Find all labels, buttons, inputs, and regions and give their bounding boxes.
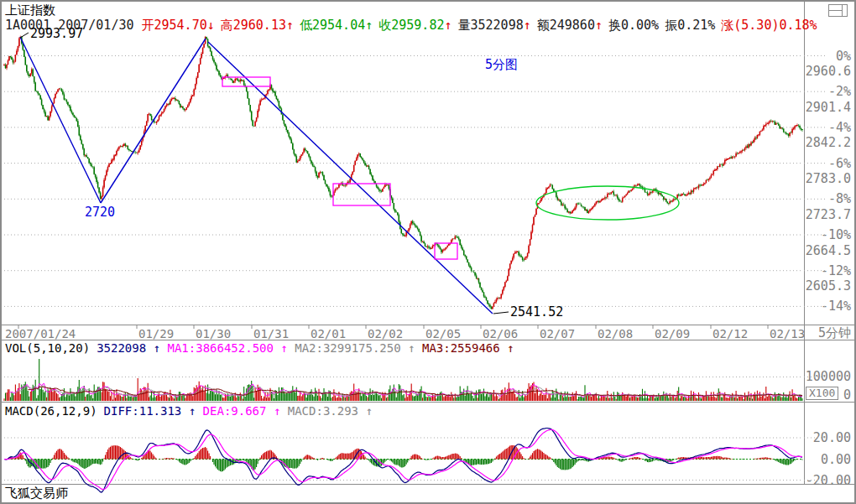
volume-indicator-name: VOL(5,10,20) [5,341,90,355]
main-chart-bottom-border [2,325,854,325]
highlight-ellipse [536,186,679,220]
quote-header-row: 1A00012007/01/30开2954.70↓高2960.13↑低2954.… [5,18,823,32]
timeframe-label[interactable]: 5分钟 [818,326,851,340]
price-axis-label: 2605.3 [806,279,851,293]
quote-field: 开2954.70↓ [142,18,215,33]
volume-unit-badge: X100 [806,387,838,400]
quote-field: 高2960.13↑ [221,18,294,33]
index-name: 上证指数 [5,3,55,17]
volume-bars-down [6,359,803,401]
volume-bars-up [4,378,797,401]
quote-field: 换0.00% [608,18,659,33]
trendline [101,39,206,203]
date-axis-label: 02/01 [311,327,346,340]
date-axis-label: 01/31 [253,327,289,340]
macd-axis-label: -20.00 [806,474,851,487]
quote-fields: 开2954.70↓高2960.13↑低2954.04↑收2959.82↑量352… [142,18,823,33]
status-bar-app-name: 飞狐交易师 [5,486,68,500]
macd-indicator-row: MACD(26,12,9)DIFF:11.313 ↑ DEA:9.667 ↑ M… [5,404,373,418]
percent-axis-label: 0% [836,49,851,63]
macd-axis-label: 20.00 [813,431,851,444]
candle-wicks-up [4,36,797,309]
date-axis-label: 02/12 [712,327,748,340]
percent-axis-label: -12% [821,264,851,278]
price-axis-label: 2960.6 [806,65,851,78]
macd-dea-line [4,429,802,489]
macd-value: DEA:9.667 ↑ [203,404,288,418]
price-axis-label: 2783.0 [806,172,851,185]
date-axis-label: 02/05 [425,327,461,340]
trendline [208,42,493,314]
percent-axis-label: -14% [821,299,851,313]
bottom-price-label: 2541.52 [510,305,563,319]
percent-axis-label: -10% [821,228,851,242]
volume-panel-bottom-border [2,402,854,403]
highlight-rectangle [333,184,390,205]
highlight-rectangle [222,77,270,86]
price-axis-label: 2842.2 [806,136,851,149]
percent-axis-label: -6% [828,157,851,170]
date-axis-label: 02/06 [483,327,518,340]
percent-axis-label: -4% [828,121,851,134]
split-icon-vertical-bar [842,5,843,16]
macd-histogram-negative [6,460,803,472]
price-axis-label: 2901.4 [806,101,851,114]
quote-field: 低2954.04↑ [300,18,373,33]
charts-canvas[interactable] [2,2,854,502]
macd-value: DIFF:11.313 ↑ [104,404,203,418]
highlight-rectangle [435,243,457,259]
date-axis-label: 02/02 [368,327,403,340]
macd-axis-label: 0.00 [821,453,851,466]
peak-price-label: 2993.97 [30,27,83,40]
date-axis-label: 01/29 [138,327,174,340]
volume-ma-value: MA2:3299175.250 ↑ [295,341,422,355]
volume-ma2-line [15,386,802,397]
split-window-icon[interactable] [828,4,848,17]
macd-value: MACD:3.293 ↑ [288,404,373,418]
date-axis-label: 02/07 [540,327,575,340]
candle-bodies-up [4,37,797,309]
date-axis-label: 2007/01/24 [5,327,76,340]
trading-app-window: 上证指数 1A00012007/01/30开2954.70↓高2960.13↑低… [0,0,856,504]
quote-field: 涨(5.30)0.18% [721,18,817,33]
quote-field: 振0.21% [665,18,715,33]
volume-ma1-line [9,383,802,397]
trough-price-label: 2720 [85,205,115,219]
volume-ma3-line [28,387,802,396]
quote-field: 量3522098↑ [458,18,531,33]
percent-axis-label: -8% [828,192,851,205]
volume-ma-value: MA1:3866452.500 ↑ [167,341,295,355]
macd-panel-bottom-border [2,484,854,485]
macd-histogram-positive [4,445,799,460]
trendline [20,37,101,203]
quote-field: 额249860↑ [537,18,603,33]
date-axis-label: 02/13 [770,327,805,340]
volume-axis-label: 100000 [806,370,851,383]
price-axis-label: 2723.7 [806,208,851,221]
volume-zero-label: 0 [843,388,851,402]
label-leader-line [20,33,29,38]
volume-ma-value: MA3:2559466 ↑ [422,341,514,355]
macd-indicator-name: MACD(26,12,9) [5,404,97,418]
percent-axis-label: -2% [828,85,851,98]
quote-field: 收2959.82↑ [378,18,451,33]
date-axis-label: 02/08 [598,327,633,340]
chart-type-label: 5分图 [485,58,518,71]
date-axis-label: 02/09 [655,327,690,340]
candle-bodies-down [6,37,803,309]
candle-wicks-down [6,36,803,309]
split-icon-horizontal-bar [829,10,842,11]
macd-diff-line [4,429,802,493]
date-axis-label: 01/30 [196,327,231,340]
label-leader-line [493,312,509,314]
price-axis-label: 2664.5 [806,244,851,257]
volume-indicator-row: VOL(5,10,20)3522098 ↑ MA1:3866452.500 ↑ … [5,341,514,355]
